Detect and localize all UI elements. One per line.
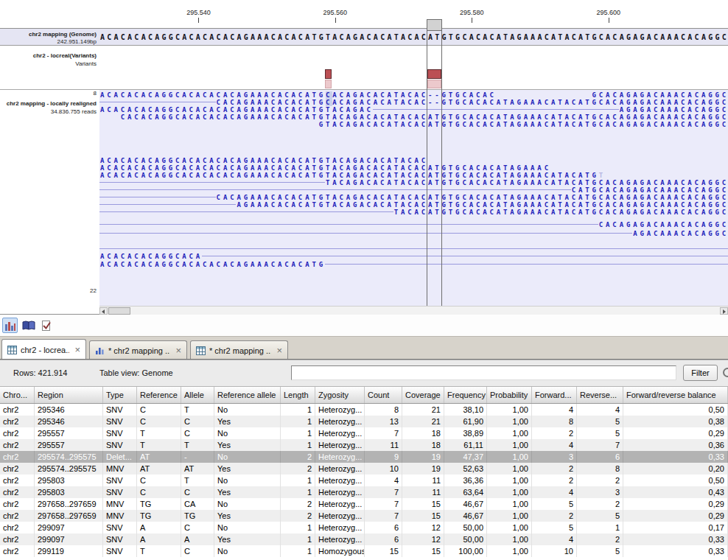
open-book-view-button[interactable] (21, 318, 36, 333)
read-track-title: chr2 mapping - locally realigned (7, 100, 97, 107)
read-sequence-text: ACACACACAGGCACACACACAGAAACACACATG (100, 91, 326, 99)
cell: 1 (577, 522, 623, 533)
column-header-probability[interactable]: Probability (487, 387, 532, 403)
paired-read-connector (99, 197, 216, 197)
cell: 1,00 (487, 475, 532, 486)
cell: 21 (402, 416, 444, 427)
column-header-count[interactable]: Count (365, 387, 402, 403)
cell: No (214, 498, 281, 510)
cell: 63,64 (444, 486, 487, 498)
column-header-region[interactable]: Region (35, 387, 103, 403)
table-row[interactable]: chr2295574..295575MNVATATYes2Heterozyg..… (0, 463, 728, 475)
cell: C (181, 522, 214, 533)
horizontal-scrollbar[interactable] (99, 306, 728, 315)
column-header-reverse-[interactable]: Reverse... (577, 387, 623, 403)
cell: chr2 (0, 451, 35, 463)
ruler-tick-label: 295.600 (583, 9, 634, 16)
table-row[interactable]: chr2295557SNVTTYes1Heterozyg...111861,11… (0, 439, 728, 451)
scrollbar-thumb[interactable] (108, 307, 130, 315)
read-sequence-text: AGAAACACACATGTACAGACACATACACATGTGCACACAT… (237, 201, 728, 209)
cell: 36,36 (444, 475, 487, 486)
column-header-type[interactable]: Type (103, 387, 137, 403)
checkmark-page-icon (41, 320, 52, 332)
table-row[interactable]: chr2297658..297659MNVTGTGYes2Heterozyg..… (0, 510, 728, 522)
variant-marker[interactable] (325, 69, 332, 79)
table-row[interactable]: chr2295803SNVCCYes1Heterozyg...71163,641… (0, 486, 728, 498)
read-sequence-text: ACACACACAGGCACACACACAGAAACACACATGTACAGAC… (100, 172, 599, 179)
column-header-coverage[interactable]: Coverage (402, 387, 444, 403)
cell: 9 (365, 451, 402, 463)
scroll-right-button[interactable] (720, 307, 728, 315)
cell: Heterozyg... (315, 427, 365, 439)
table-header-row: Chro...RegionTypeReferenceAlleleReferenc… (0, 387, 728, 404)
selection-handle[interactable] (427, 19, 442, 31)
tab-2[interactable]: * chr2 mapping ...× (89, 340, 187, 360)
read: ACACACACAGGCACACACACAGAAACACACATGTACAGAC… (99, 172, 728, 179)
close-icon[interactable]: × (175, 346, 181, 355)
table-row[interactable]: chr2295346SNVCCYes1Heterozyg...132161,90… (0, 416, 728, 427)
table-row[interactable]: chr2299119SNVTCNo1Homozygous1515100,001,… (0, 545, 728, 557)
table-row[interactable]: chr2299097SNVACNo1Heterozyg...61250,001,… (0, 522, 728, 533)
filter-options-icon[interactable] (723, 368, 728, 377)
column-header-reference-allele[interactable]: Reference allele (214, 387, 281, 403)
paired-read-connector (202, 256, 728, 256)
cell: 13 (365, 416, 402, 427)
cell: A (137, 522, 181, 533)
table-row[interactable]: chr2295803SNVCTNo1Heterozyg...41136,361,… (0, 475, 728, 486)
selection-column[interactable] (427, 19, 442, 306)
cell: Yes (214, 486, 281, 498)
column-header-chro-[interactable]: Chro... (0, 387, 35, 403)
variant-track-subtitle: Variants (75, 60, 97, 67)
column-header-frequency[interactable]: Frequency (444, 387, 487, 403)
close-icon[interactable]: × (74, 345, 80, 354)
column-header-length[interactable]: Length (281, 387, 315, 403)
cell: Yes (214, 463, 281, 475)
cell: 1,00 (487, 522, 532, 533)
genome-browser-track-view[interactable]: 295.540295.560295.580295.600 chr2 mappin… (0, 0, 728, 315)
read: ACACACACAGGCACA (99, 253, 728, 260)
read-sequence-text: ACACACACAGGCACA (100, 253, 203, 260)
tab-1[interactable]: chr2 - locrea...× (1, 339, 86, 360)
table-row[interactable]: chr2295346SNVCTNo1Heterozyg...82138,101,… (0, 404, 728, 416)
variant-marker-secondary[interactable] (325, 80, 332, 88)
paired-read-connector (325, 264, 728, 265)
cell: 10 (365, 463, 402, 475)
cell: 2 (281, 463, 315, 475)
validate-view-button[interactable] (38, 318, 54, 333)
column-header-reference[interactable]: Reference (137, 387, 181, 403)
reference-sequence-text: ACACACACAGGCACACACACAGAAACACACATGTACAGAC… (100, 30, 728, 44)
filter-input[interactable] (291, 365, 676, 380)
cell: 7 (365, 427, 402, 439)
read: ACACACACAGGCACACACACAGAAACACACATG (99, 261, 728, 268)
cell: C (181, 427, 214, 439)
cell: Heterozyg... (315, 439, 365, 451)
cell: 7 (365, 498, 402, 510)
cell: chr2 (0, 404, 35, 416)
read-sequence-text: ACAGACACATACAC (332, 91, 428, 99)
close-icon[interactable]: × (276, 346, 282, 355)
column-header-forward-[interactable]: Forward... (532, 387, 577, 403)
cell: No (214, 427, 281, 439)
cell: 0,36 (623, 439, 728, 451)
read: GTACAGACACATACACATGTGCACACATAGAAACATACAT… (99, 121, 728, 128)
scroll-left-button[interactable] (99, 307, 108, 315)
tab-3[interactable]: * chr2 mapping ...× (190, 340, 288, 360)
cell: 1,00 (487, 404, 532, 416)
cell: 297658..297659 (35, 498, 103, 510)
cell: TG (181, 510, 214, 522)
ruler-tick-mark (609, 18, 609, 23)
column-header-allele[interactable]: Allele (181, 387, 214, 403)
cell: Heterozyg... (315, 522, 365, 533)
table-row[interactable]: chr2295557SNVTCNo1Heterozyg...71838,891,… (0, 427, 728, 439)
graphical-view-button[interactable] (2, 318, 18, 333)
column-header-zygosity[interactable]: Zygosity (315, 387, 365, 403)
table-row[interactable]: chr2295574..295575Delet...AT-No2Heterozy… (0, 451, 728, 463)
table-row[interactable]: chr2297658..297659MNVTGCANo2Heterozyg...… (0, 498, 728, 510)
read (99, 245, 728, 253)
table-row[interactable]: chr2299097SNVAAYes1Heterozyg...61250,001… (0, 533, 728, 545)
filter-button[interactable]: Filter (683, 365, 718, 381)
column-header-forward-reverse-balance[interactable]: Forward/reverse balance (623, 387, 728, 403)
cell: Homozygous (315, 545, 365, 557)
cell: chr2 (0, 439, 35, 451)
cell: SNV (103, 404, 137, 416)
